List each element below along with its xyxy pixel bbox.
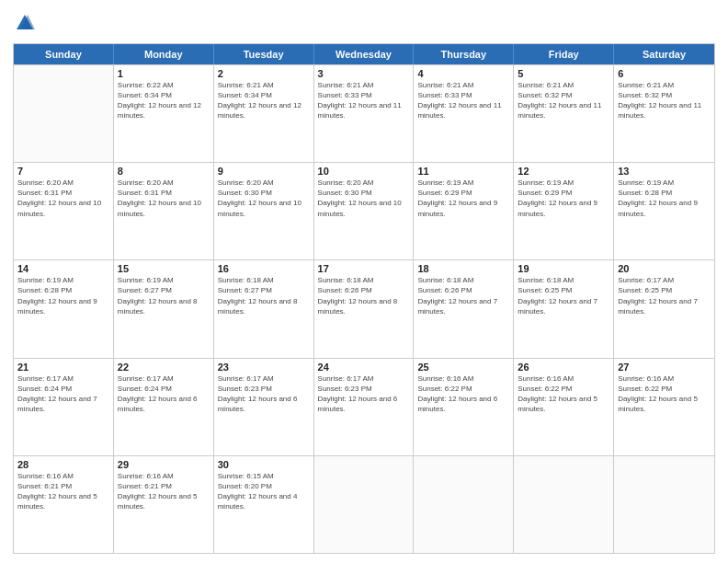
day-number: 8: [118, 166, 210, 177]
calendar-row-4: 21Sunrise: 6:17 AMSunset: 6:24 PMDayligh…: [14, 358, 714, 455]
logo: [13, 13, 35, 38]
day-info: Sunrise: 6:20 AMSunset: 6:31 PMDaylight:…: [17, 178, 109, 219]
header-day-monday: Monday: [114, 44, 214, 64]
day-number: 21: [17, 362, 109, 373]
day-number: 19: [518, 263, 609, 274]
day-number: 2: [218, 68, 310, 79]
day-info: Sunrise: 6:17 AMSunset: 6:24 PMDaylight:…: [118, 373, 210, 415]
calendar-cell: 26Sunrise: 6:16 AMSunset: 6:22 PMDayligh…: [514, 359, 614, 455]
header-day-sunday: Sunday: [14, 44, 114, 64]
day-info: Sunrise: 6:21 AMSunset: 6:34 PMDaylight:…: [218, 80, 310, 121]
calendar-cell: 17Sunrise: 6:18 AMSunset: 6:26 PMDayligh…: [314, 260, 415, 357]
calendar-cell: 13Sunrise: 6:19 AMSunset: 6:28 PMDayligh…: [614, 163, 714, 259]
calendar-cell: 3Sunrise: 6:21 AMSunset: 6:33 PMDaylight…: [314, 65, 415, 162]
header-day-tuesday: Tuesday: [214, 44, 314, 64]
calendar-cell: 19Sunrise: 6:18 AMSunset: 6:25 PMDayligh…: [514, 260, 614, 357]
calendar-row-1: 1Sunrise: 6:22 AMSunset: 6:34 PMDaylight…: [14, 64, 714, 162]
calendar-cell: 15Sunrise: 6:19 AMSunset: 6:27 PMDayligh…: [114, 260, 214, 357]
header-day-thursday: Thursday: [414, 44, 514, 64]
calendar-cell: 5Sunrise: 6:21 AMSunset: 6:32 PMDaylight…: [514, 65, 614, 162]
day-info: Sunrise: 6:22 AMSunset: 6:34 PMDaylight:…: [118, 80, 210, 121]
day-number: 6: [618, 68, 711, 79]
day-info: Sunrise: 6:18 AMSunset: 6:27 PMDaylight:…: [218, 275, 310, 316]
day-number: 20: [618, 263, 711, 274]
calendar-row-2: 7Sunrise: 6:20 AMSunset: 6:31 PMDaylight…: [14, 162, 714, 259]
day-number: 22: [118, 362, 210, 373]
day-info: Sunrise: 6:16 AMSunset: 6:21 PMDaylight:…: [118, 471, 210, 512]
day-info: Sunrise: 6:21 AMSunset: 6:32 PMDaylight:…: [518, 80, 609, 121]
calendar-body: 1Sunrise: 6:22 AMSunset: 6:34 PMDaylight…: [14, 64, 714, 553]
day-number: 30: [218, 459, 310, 470]
day-number: 4: [417, 68, 509, 79]
calendar-cell: [414, 456, 514, 553]
calendar-row-5: 28Sunrise: 6:16 AMSunset: 6:21 PMDayligh…: [14, 455, 714, 553]
calendar-cell: 8Sunrise: 6:20 AMSunset: 6:31 PMDaylight…: [114, 163, 214, 259]
calendar-cell: 28Sunrise: 6:16 AMSunset: 6:21 PMDayligh…: [14, 456, 114, 553]
calendar-cell: 30Sunrise: 6:15 AMSunset: 6:20 PMDayligh…: [214, 456, 314, 553]
day-number: 13: [618, 166, 711, 177]
day-number: 28: [17, 459, 109, 470]
day-info: Sunrise: 6:20 AMSunset: 6:30 PMDaylight:…: [318, 178, 410, 219]
calendar-row-3: 14Sunrise: 6:19 AMSunset: 6:28 PMDayligh…: [14, 259, 714, 357]
day-info: Sunrise: 6:16 AMSunset: 6:22 PMDaylight:…: [518, 373, 609, 415]
calendar-cell: 6Sunrise: 6:21 AMSunset: 6:32 PMDaylight…: [614, 65, 714, 162]
day-info: Sunrise: 6:20 AMSunset: 6:31 PMDaylight:…: [118, 178, 210, 219]
calendar-cell: 25Sunrise: 6:16 AMSunset: 6:22 PMDayligh…: [414, 359, 514, 455]
calendar-cell: [314, 456, 415, 553]
day-info: Sunrise: 6:19 AMSunset: 6:29 PMDaylight:…: [518, 178, 609, 219]
day-info: Sunrise: 6:19 AMSunset: 6:29 PMDaylight:…: [417, 178, 509, 219]
day-number: 12: [518, 166, 609, 177]
page-header: [13, 9, 715, 38]
day-number: 27: [618, 362, 711, 373]
day-number: 24: [318, 362, 410, 373]
day-number: 26: [518, 362, 609, 373]
day-number: 10: [318, 166, 410, 177]
calendar-cell: 22Sunrise: 6:17 AMSunset: 6:24 PMDayligh…: [114, 359, 214, 455]
day-info: Sunrise: 6:21 AMSunset: 6:33 PMDaylight:…: [417, 80, 509, 121]
calendar-cell: 24Sunrise: 6:17 AMSunset: 6:23 PMDayligh…: [314, 359, 415, 455]
day-info: Sunrise: 6:17 AMSunset: 6:23 PMDaylight:…: [218, 373, 310, 415]
day-number: 9: [218, 166, 310, 177]
calendar-cell: 12Sunrise: 6:19 AMSunset: 6:29 PMDayligh…: [514, 163, 614, 259]
day-number: 29: [118, 459, 210, 470]
day-number: 16: [218, 263, 310, 274]
calendar-cell: 16Sunrise: 6:18 AMSunset: 6:27 PMDayligh…: [214, 260, 314, 357]
day-number: 25: [417, 362, 509, 373]
calendar-cell: 9Sunrise: 6:20 AMSunset: 6:30 PMDaylight…: [214, 163, 314, 259]
day-number: 15: [118, 263, 210, 274]
day-info: Sunrise: 6:19 AMSunset: 6:28 PMDaylight:…: [17, 275, 109, 316]
day-info: Sunrise: 6:16 AMSunset: 6:21 PMDaylight:…: [17, 471, 109, 512]
day-number: 3: [318, 68, 410, 79]
calendar-cell: 27Sunrise: 6:16 AMSunset: 6:22 PMDayligh…: [614, 359, 714, 455]
header-day-friday: Friday: [514, 44, 614, 64]
day-number: 17: [318, 263, 410, 274]
header-day-saturday: Saturday: [614, 44, 714, 64]
calendar-cell: [614, 456, 714, 553]
day-number: 1: [118, 68, 210, 79]
day-number: 18: [417, 263, 509, 274]
day-number: 5: [518, 68, 609, 79]
day-info: Sunrise: 6:16 AMSunset: 6:22 PMDaylight:…: [417, 373, 509, 415]
day-info: Sunrise: 6:21 AMSunset: 6:33 PMDaylight:…: [318, 80, 410, 121]
day-info: Sunrise: 6:18 AMSunset: 6:26 PMDaylight:…: [417, 275, 509, 316]
day-info: Sunrise: 6:17 AMSunset: 6:24 PMDaylight:…: [17, 373, 109, 415]
day-number: 7: [17, 166, 109, 177]
calendar-cell: 4Sunrise: 6:21 AMSunset: 6:33 PMDaylight…: [414, 65, 514, 162]
calendar: SundayMondayTuesdayWednesdayThursdayFrid…: [13, 43, 715, 554]
day-info: Sunrise: 6:18 AMSunset: 6:25 PMDaylight:…: [518, 275, 609, 316]
day-info: Sunrise: 6:17 AMSunset: 6:25 PMDaylight:…: [618, 275, 711, 316]
calendar-cell: 11Sunrise: 6:19 AMSunset: 6:29 PMDayligh…: [414, 163, 514, 259]
day-info: Sunrise: 6:18 AMSunset: 6:26 PMDaylight:…: [318, 275, 410, 316]
calendar-cell: 1Sunrise: 6:22 AMSunset: 6:34 PMDaylight…: [114, 65, 214, 162]
day-number: 11: [417, 166, 509, 177]
day-info: Sunrise: 6:17 AMSunset: 6:23 PMDaylight:…: [318, 373, 410, 415]
calendar-cell: 7Sunrise: 6:20 AMSunset: 6:31 PMDaylight…: [14, 163, 114, 259]
logo-icon: [15, 13, 35, 33]
day-info: Sunrise: 6:19 AMSunset: 6:28 PMDaylight:…: [618, 178, 711, 219]
calendar-cell: [514, 456, 614, 553]
day-info: Sunrise: 6:15 AMSunset: 6:20 PMDaylight:…: [218, 471, 310, 512]
day-info: Sunrise: 6:19 AMSunset: 6:27 PMDaylight:…: [118, 275, 210, 316]
day-number: 23: [218, 362, 310, 373]
calendar-cell: 2Sunrise: 6:21 AMSunset: 6:34 PMDaylight…: [214, 65, 314, 162]
header-day-wednesday: Wednesday: [314, 44, 415, 64]
